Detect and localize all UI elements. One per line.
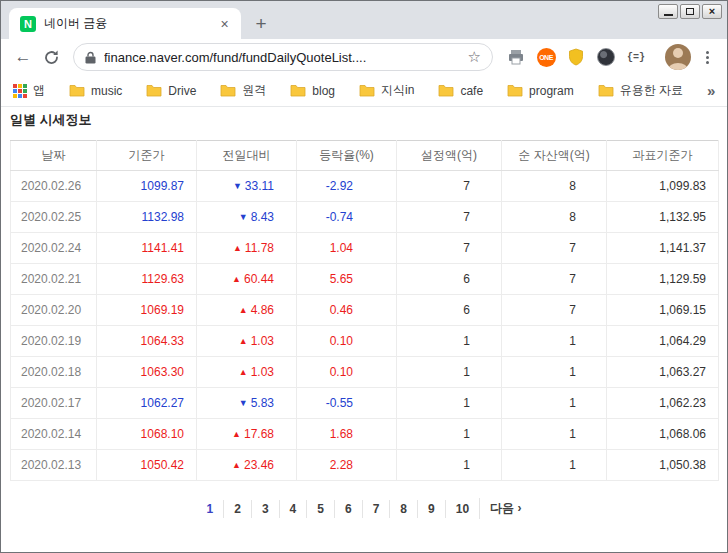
- back-button[interactable]: ←: [9, 43, 37, 71]
- tax-base-price-cell: 1,141.37: [607, 233, 719, 264]
- column-header: 과표기준가: [607, 141, 719, 171]
- net-asset-cell: 1: [502, 326, 607, 357]
- browser-menu-button[interactable]: [695, 44, 719, 70]
- page-link-4[interactable]: 4: [279, 500, 307, 518]
- price-cell: 1129.63: [97, 264, 197, 295]
- price-cell: 1132.98: [97, 202, 197, 233]
- table-row: 2020.02.251132.98▼8.43-0.74781,132.95: [11, 202, 719, 233]
- price-cell: 1064.33: [97, 326, 197, 357]
- dark-circle-extension-icon[interactable]: [593, 44, 619, 70]
- url-text[interactable]: finance.naver.com/fund/fundDailyQuoteLis…: [104, 50, 460, 65]
- brace-extension-icon[interactable]: {=}: [623, 44, 649, 70]
- up-arrow-icon: ▲: [239, 336, 248, 346]
- rate-cell: 1.04: [297, 233, 397, 264]
- set-amount-cell: 6: [397, 295, 502, 326]
- bookmark-folder[interactable]: Drive: [146, 84, 196, 98]
- page-link-5[interactable]: 5: [306, 500, 334, 518]
- bookmarks-overflow-icon[interactable]: »: [707, 82, 715, 99]
- close-button[interactable]: ×: [702, 4, 722, 19]
- net-asset-cell: 1: [502, 450, 607, 481]
- change-cell: ▲1.03: [197, 326, 297, 357]
- change-cell: ▲11.78: [197, 233, 297, 264]
- rate-cell: 0.10: [297, 326, 397, 357]
- bookmark-folder[interactable]: music: [69, 84, 122, 98]
- avatar-head: [673, 48, 683, 58]
- page-link-8[interactable]: 8: [389, 500, 417, 518]
- table-row: 2020.02.171062.27▼5.83-0.55111,062.23: [11, 388, 719, 419]
- page-link-1[interactable]: 1: [197, 500, 224, 518]
- bookmark-apps[interactable]: 앱: [13, 82, 45, 99]
- printer-extension-icon[interactable]: [503, 44, 529, 70]
- price-cell: 1099.87: [97, 171, 197, 202]
- rate-cell: 0.10: [297, 357, 397, 388]
- tax-base-price-cell: 1,063.27: [607, 357, 719, 388]
- page-link-2[interactable]: 2: [223, 500, 251, 518]
- page-link-9[interactable]: 9: [417, 500, 445, 518]
- bookmark-label: program: [529, 84, 574, 98]
- date-cell: 2020.02.21: [11, 264, 97, 295]
- set-amount-cell: 6: [397, 264, 502, 295]
- tab-strip: N 네이버 금융 × + ×: [1, 1, 727, 39]
- date-cell: 2020.02.13: [11, 450, 97, 481]
- bookmark-label: Drive: [168, 84, 196, 98]
- rate-cell: -0.55: [297, 388, 397, 419]
- one-extension-icon[interactable]: ONE: [533, 44, 559, 70]
- page-link-3[interactable]: 3: [251, 500, 279, 518]
- change-cell: ▼8.43: [197, 202, 297, 233]
- net-asset-cell: 1: [502, 357, 607, 388]
- table-row: 2020.02.191064.33▲1.030.10111,064.29: [11, 326, 719, 357]
- quote-table-body: 2020.02.261099.87▼33.11-2.92781,099.8320…: [11, 171, 719, 481]
- up-arrow-icon: ▲: [239, 367, 248, 377]
- table-row: 2020.02.261099.87▼33.11-2.92781,099.83: [11, 171, 719, 202]
- page-link-10[interactable]: 10: [445, 500, 479, 518]
- apps-grid-icon: [13, 84, 27, 98]
- date-cell: 2020.02.24: [11, 233, 97, 264]
- one-badge: ONE: [537, 48, 556, 67]
- page-link-7[interactable]: 7: [362, 500, 390, 518]
- date-cell: 2020.02.25: [11, 202, 97, 233]
- set-amount-cell: 1: [397, 419, 502, 450]
- tax-base-price-cell: 1,129.59: [607, 264, 719, 295]
- page-link-6[interactable]: 6: [334, 500, 362, 518]
- bookmark-folder[interactable]: 지식in: [359, 82, 414, 99]
- column-header: 순 자산액(억): [502, 141, 607, 171]
- column-header: 기준가: [97, 141, 197, 171]
- date-cell: 2020.02.19: [11, 326, 97, 357]
- up-arrow-icon: ▲: [232, 429, 241, 439]
- profile-avatar[interactable]: [665, 44, 691, 70]
- minimize-button[interactable]: [658, 4, 678, 19]
- address-bar[interactable]: finance.naver.com/fund/fundDailyQuoteLis…: [73, 43, 493, 71]
- net-asset-cell: 8: [502, 202, 607, 233]
- tax-base-price-cell: 1,132.95: [607, 202, 719, 233]
- down-arrow-icon: ▼: [239, 398, 248, 408]
- table-row: 2020.02.141068.10▲17.681.68111,068.06: [11, 419, 719, 450]
- tax-base-price-cell: 1,099.83: [607, 171, 719, 202]
- date-cell: 2020.02.17: [11, 388, 97, 419]
- bookmark-folder[interactable]: cafe: [438, 84, 483, 98]
- new-tab-button[interactable]: +: [247, 10, 275, 38]
- bookmark-folder[interactable]: 유용한 자료: [598, 82, 683, 99]
- bookmark-folder[interactable]: blog: [290, 84, 335, 98]
- folder-icon: [598, 84, 614, 97]
- table-row: 2020.02.201069.19▲4.860.46671,069.15: [11, 295, 719, 326]
- refresh-icon: [43, 49, 60, 66]
- next-page-link[interactable]: 다음 ›: [479, 498, 531, 519]
- column-header: 날짜: [11, 141, 97, 171]
- tab-close-icon[interactable]: ×: [216, 15, 233, 32]
- browser-toolbar: ← finance.naver.com/fund/fundDailyQuoteL…: [1, 39, 727, 75]
- bookmark-folder[interactable]: program: [507, 84, 574, 98]
- set-amount-cell: 7: [397, 202, 502, 233]
- maximize-button[interactable]: [680, 4, 700, 19]
- bookmark-star-icon[interactable]: ☆: [468, 48, 481, 66]
- date-cell: 2020.02.26: [11, 171, 97, 202]
- price-cell: 1141.41: [97, 233, 197, 264]
- refresh-button[interactable]: [37, 43, 65, 71]
- net-asset-cell: 7: [502, 264, 607, 295]
- browser-tab[interactable]: N 네이버 금융 ×: [9, 8, 241, 39]
- bookmark-folder[interactable]: 원격: [220, 82, 266, 99]
- change-cell: ▼33.11: [197, 171, 297, 202]
- down-arrow-icon: ▼: [233, 181, 242, 191]
- shield-extension-icon[interactable]: [563, 44, 589, 70]
- avatar-body: [668, 63, 688, 70]
- rate-cell: 0.46: [297, 295, 397, 326]
